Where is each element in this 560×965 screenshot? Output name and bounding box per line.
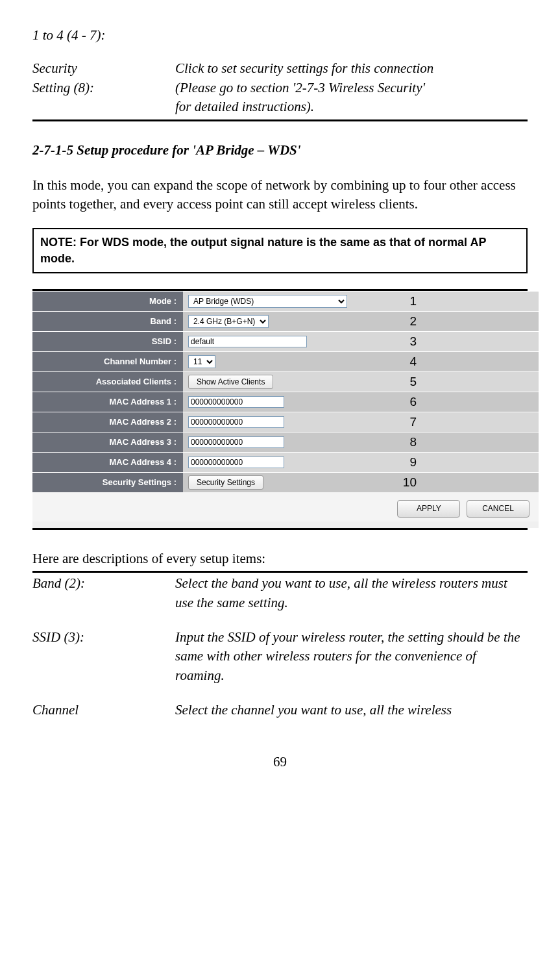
show-active-clients-button[interactable]: Show Active Clients: [188, 375, 273, 389]
associated-clients-label: Associated Clients :: [32, 372, 183, 392]
cancel-button[interactable]: CANCEL: [467, 500, 530, 518]
page-number: 69: [32, 753, 528, 771]
mac3-label: MAC Address 3 :: [32, 432, 183, 452]
item-1-to-4-label: 1 to 4 (4 - 7):: [32, 26, 175, 45]
mac1-label: MAC Address 1 :: [32, 392, 183, 412]
mac4-input[interactable]: [188, 457, 284, 468]
divider: [32, 571, 528, 573]
ssid-input[interactable]: [188, 336, 307, 347]
mac2-label: MAC Address 2 :: [32, 412, 183, 432]
callout-4: 4: [409, 353, 417, 371]
security-desc-line2: (Please go to section '2-7-3 Wireless Se…: [175, 79, 528, 97]
band-label: Band :: [32, 312, 183, 331]
settings-form: Mode : AP Bridge (WDS) 1 Band : 2.4 GHz …: [32, 291, 539, 528]
mac2-input[interactable]: [188, 416, 284, 428]
apply-button[interactable]: APPLY: [397, 500, 460, 518]
callout-3: 3: [409, 333, 417, 351]
security-settings-label: Security Settings :: [32, 473, 183, 492]
mode-select[interactable]: AP Bridge (WDS): [188, 295, 347, 308]
band-select[interactable]: 2.4 GHz (B+G+N): [188, 315, 269, 328]
security-settings-button[interactable]: Security Settings: [188, 475, 263, 490]
security-label-line2: Setting (8):: [32, 79, 175, 97]
callout-7: 7: [409, 414, 417, 431]
callout-10: 10: [403, 474, 417, 492]
callout-1: 1: [409, 293, 417, 310]
security-label-line1: Security: [32, 59, 175, 78]
channel-label: Channel Number :: [32, 352, 183, 371]
channel-select[interactable]: 11: [188, 355, 215, 368]
mode-label: Mode :: [32, 292, 183, 311]
channel-desc-text: Select the channel you want to use, all …: [175, 701, 528, 720]
security-desc-line3: for detailed instructions).: [175, 97, 528, 116]
callout-8: 8: [409, 434, 417, 451]
callout-9: 9: [409, 454, 417, 471]
channel-desc-label: Channel: [32, 701, 175, 720]
callout-2: 2: [409, 313, 417, 331]
note-box: NOTE: For WDS mode, the output signal na…: [32, 228, 528, 273]
divider: [32, 528, 528, 530]
ssid-desc-text: Input the SSID of your wireless router, …: [175, 628, 528, 685]
band-desc-label: Band (2):: [32, 574, 175, 612]
callout-6: 6: [409, 394, 417, 411]
descriptions-intro: Here are descriptions of every setup ite…: [32, 549, 528, 568]
ssid-label: SSID :: [32, 332, 183, 351]
security-desc-line1: Click to set security settings for this …: [175, 59, 528, 78]
band-desc-text: Select the band you want to use, all the…: [175, 574, 528, 612]
section-heading: 2-7-1-5 Setup procedure for 'AP Bridge –…: [32, 141, 528, 160]
callout-5: 5: [409, 373, 417, 391]
ssid-desc-label: SSID (3):: [32, 628, 175, 685]
mac3-input[interactable]: [188, 436, 284, 448]
divider: [32, 119, 528, 121]
intro-paragraph: In this mode, you can expand the scope o…: [32, 176, 528, 214]
mac1-input[interactable]: [188, 396, 284, 408]
mac4-label: MAC Address 4 :: [32, 453, 183, 472]
